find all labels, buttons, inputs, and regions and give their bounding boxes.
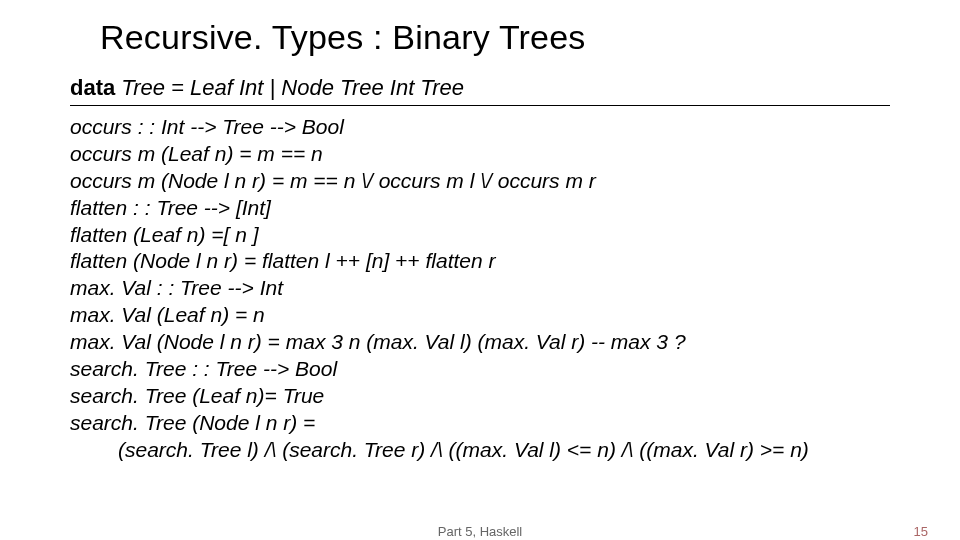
code-line: search. Tree (Node l n r) = [70, 410, 890, 437]
data-declaration: data Tree = Leaf Int | Node Tree Int Tre… [70, 75, 890, 101]
slide: Recursive. Types : Binary Trees data Tre… [0, 0, 960, 540]
code-line: search. Tree (Leaf n)= True [70, 383, 890, 410]
code-line: occurs m (Leaf n) = m == n [70, 141, 890, 168]
code-line: flatten (Leaf n) =[ n ] [70, 222, 890, 249]
divider [70, 105, 890, 106]
code-line: occurs : : Int --> Tree --> Bool [70, 114, 890, 141]
slide-title: Recursive. Types : Binary Trees [100, 18, 890, 57]
code-line: search. Tree : : Tree --> Bool [70, 356, 890, 383]
code-line: max. Val : : Tree --> Int [70, 275, 890, 302]
code-line: occurs m (Node l n r) = m == n \/ occurs… [70, 168, 890, 195]
code-line: (search. Tree l) /\ (search. Tree r) /\ … [70, 437, 890, 464]
code-line: flatten : : Tree --> [Int] [70, 195, 890, 222]
page-number: 15 [914, 524, 928, 539]
code-line: max. Val (Leaf n) = n [70, 302, 890, 329]
keyword-data: data [70, 75, 115, 100]
code-block: occurs : : Int --> Tree --> Bool occurs … [70, 114, 890, 463]
footer-center: Part 5, Haskell [438, 524, 523, 539]
decl-body: Tree = Leaf Int | Node Tree Int Tree [115, 75, 464, 100]
code-line: max. Val (Node l n r) = max 3 n (max. Va… [70, 329, 890, 356]
code-line: flatten (Node l n r) = flatten l ++ [n] … [70, 248, 890, 275]
